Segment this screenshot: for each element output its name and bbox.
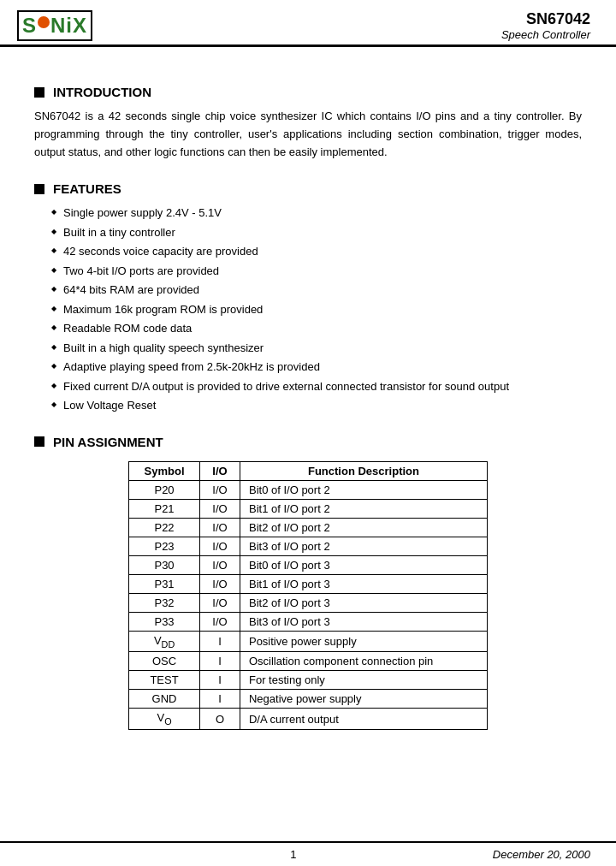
cell-symbol: OSC — [129, 652, 200, 671]
cell-io: I — [200, 671, 240, 690]
cell-io: I — [200, 690, 240, 709]
feature-item: Low Voltage Reset — [51, 397, 582, 414]
feature-item: Maximum 16k program ROM is provided — [51, 301, 582, 318]
footer-page: 1 — [94, 848, 493, 861]
table-row: OSCIOscillation component connection pin — [129, 652, 488, 671]
table-row: P20I/OBit0 of I/O port 2 — [129, 480, 488, 499]
cell-func: For testing only — [240, 671, 487, 690]
cell-io: I/O — [200, 480, 240, 499]
intro-square-icon — [34, 87, 44, 98]
product-subtitle: Speech Controller — [501, 28, 590, 41]
col-symbol: Symbol — [129, 461, 200, 480]
logo-dot-icon — [38, 16, 50, 28]
table-row: GNDINegative power supply — [129, 690, 488, 709]
cell-io: I/O — [200, 499, 240, 518]
features-list: Single power supply 2.4V - 5.1VBuilt in … — [34, 205, 582, 414]
content: INTRODUCTION SN67042 is a 42 seconds sin… — [0, 47, 616, 781]
logo-o: N — [50, 14, 66, 38]
logo-area: S N i X — [17, 10, 92, 41]
table-row: P30I/OBit0 of I/O port 3 — [129, 555, 488, 574]
intro-section-title: INTRODUCTION — [34, 85, 582, 99]
cell-func: Bit0 of I/O port 3 — [240, 555, 487, 574]
cell-symbol: VDD — [129, 631, 200, 652]
cell-func: D/A current output — [240, 709, 487, 730]
pin-table: Symbol I/O Function Description P20I/OBi… — [128, 461, 488, 730]
table-row: P22I/OBit2 of I/O port 2 — [129, 518, 488, 537]
header: S N i X SN67042 Speech Controller — [0, 0, 616, 47]
cell-func: Bit3 of I/O port 2 — [240, 537, 487, 555]
cell-io: O — [200, 709, 240, 730]
footer-date: December 20, 2000 — [493, 848, 590, 861]
page: S N i X SN67042 Speech Controller INTROD… — [0, 0, 616, 866]
table-row: P32I/OBit2 of I/O port 3 — [129, 593, 488, 612]
footer: 1 December 20, 2000 — [0, 841, 616, 866]
cell-io: I/O — [200, 593, 240, 612]
cell-func: Bit3 of I/O port 3 — [240, 612, 487, 631]
feature-item: Single power supply 2.4V - 5.1V — [51, 205, 582, 222]
features-section-title: FEATURES — [34, 181, 582, 196]
cell-symbol: P21 — [129, 499, 200, 518]
pin-square-icon — [34, 436, 44, 447]
cell-symbol: P20 — [129, 480, 200, 499]
feature-item: Two 4-bit I/O ports are provided — [51, 263, 582, 280]
cell-io: I/O — [200, 574, 240, 593]
logo-s: S — [22, 14, 37, 38]
cell-io: I/O — [200, 537, 240, 555]
cell-symbol: GND — [129, 690, 200, 709]
feature-item: Adaptive playing speed from 2.5k-20kHz i… — [51, 359, 582, 376]
logo-x: X — [73, 14, 87, 38]
cell-func: Bit2 of I/O port 3 — [240, 593, 487, 612]
feature-item: Built in a high quality speech synthesiz… — [51, 340, 582, 357]
logo: S N i X — [17, 10, 92, 41]
table-row: TESTIFor testing only — [129, 671, 488, 690]
logo-i: i — [66, 14, 73, 38]
pin-section-title: PIN ASSIGNMENT — [34, 435, 582, 449]
cell-func: Bit0 of I/O port 2 — [240, 480, 487, 499]
cell-func: Bit1 of I/O port 3 — [240, 574, 487, 593]
features-title-text: FEATURES — [53, 181, 121, 196]
cell-io: I — [200, 652, 240, 671]
table-row: VOOD/A current output — [129, 709, 488, 730]
col-io: I/O — [200, 461, 240, 480]
table-row: P21I/OBit1 of I/O port 2 — [129, 499, 488, 518]
feature-item: Built in a tiny controller — [51, 224, 582, 241]
cell-func: Oscillation component connection pin — [240, 652, 487, 671]
product-title: SN67042 — [501, 10, 590, 28]
header-right: SN67042 Speech Controller — [501, 10, 590, 41]
table-row: P23I/OBit3 of I/O port 2 — [129, 537, 488, 555]
cell-symbol: P30 — [129, 555, 200, 574]
cell-symbol: P22 — [129, 518, 200, 537]
feature-item: Fixed current D/A output is provided to … — [51, 378, 582, 395]
cell-func: Bit2 of I/O port 2 — [240, 518, 487, 537]
cell-symbol: P33 — [129, 612, 200, 631]
intro-title-text: INTRODUCTION — [53, 85, 151, 99]
cell-io: I/O — [200, 518, 240, 537]
cell-symbol: P32 — [129, 593, 200, 612]
table-row: P31I/OBit1 of I/O port 3 — [129, 574, 488, 593]
cell-symbol: TEST — [129, 671, 200, 690]
table-row: VDDIPositive power supply — [129, 631, 488, 652]
cell-io: I — [200, 631, 240, 652]
cell-symbol: P31 — [129, 574, 200, 593]
feature-item: Readable ROM code data — [51, 320, 582, 337]
cell-io: I/O — [200, 555, 240, 574]
feature-item: 64*4 bits RAM are provided — [51, 282, 582, 299]
cell-symbol: VO — [129, 709, 200, 730]
features-square-icon — [34, 184, 44, 194]
cell-func: Bit1 of I/O port 2 — [240, 499, 487, 518]
cell-symbol: P23 — [129, 537, 200, 555]
intro-paragraph: SN67042 is a 42 seconds single chip voic… — [34, 108, 582, 161]
pin-title-text: PIN ASSIGNMENT — [53, 435, 163, 449]
col-func: Function Description — [240, 461, 487, 480]
cell-func: Positive power supply — [240, 631, 487, 652]
cell-io: I/O — [200, 612, 240, 631]
feature-item: 42 seconds voice capacity are provided — [51, 243, 582, 260]
pin-table-container: Symbol I/O Function Description P20I/OBi… — [34, 461, 582, 730]
table-row: P33I/OBit3 of I/O port 3 — [129, 612, 488, 631]
cell-func: Negative power supply — [240, 690, 487, 709]
